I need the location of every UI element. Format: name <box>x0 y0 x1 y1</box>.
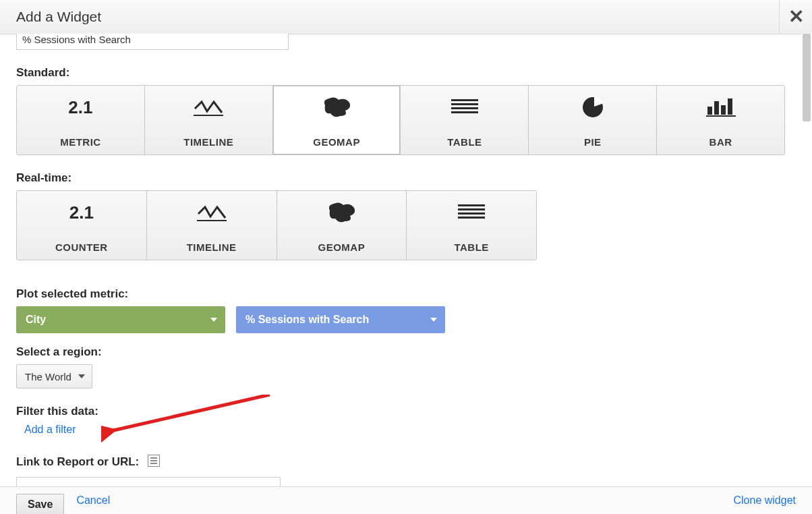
widget-title-input[interactable]: % Sessions with Search <box>16 34 289 50</box>
card-standard-geomap[interactable]: GEOMAP <box>273 86 401 154</box>
widget-title-value: % Sessions with Search <box>22 34 131 45</box>
dimension-dropdown[interactable]: City <box>16 306 225 333</box>
card-realtime-timeline[interactable]: TIMELINE <box>147 191 277 260</box>
metric-value: % Sessions with Search <box>245 314 369 325</box>
geomap-icon <box>277 199 407 226</box>
standard-card-row: 2.1 METRIC TIMELINE GEOMAP <box>16 85 785 155</box>
geomap-icon <box>273 94 401 121</box>
svg-rect-1 <box>451 99 478 101</box>
metric-icon: 2.1 <box>17 94 144 121</box>
close-icon: ✕ <box>788 6 804 27</box>
caret-down-icon <box>210 318 217 322</box>
svg-rect-6 <box>707 107 712 115</box>
svg-rect-13 <box>458 208 485 210</box>
card-standard-table[interactable]: TABLE <box>401 86 529 154</box>
label-plot-metric: Plot selected metric: <box>16 287 785 301</box>
card-realtime-counter[interactable]: 2.1 COUNTER <box>17 191 147 260</box>
report-picker-icon[interactable] <box>148 455 160 467</box>
table-icon <box>407 199 536 226</box>
metric-dropdown[interactable]: % Sessions with Search <box>236 306 445 333</box>
svg-rect-14 <box>458 212 485 215</box>
region-value: The World <box>25 371 71 382</box>
timeline-icon <box>147 199 277 226</box>
caret-down-icon <box>78 374 85 378</box>
pill-row: City % Sessions with Search <box>16 306 785 333</box>
card-standard-metric[interactable]: 2.1 METRIC <box>17 86 145 154</box>
report-url-input[interactable] <box>16 477 281 487</box>
card-realtime-geomap[interactable]: GEOMAP <box>277 191 407 260</box>
dialog-title: Add a Widget <box>16 9 101 24</box>
svg-rect-4 <box>451 111 478 113</box>
label-standard: Standard: <box>16 66 785 80</box>
svg-rect-3 <box>451 107 478 109</box>
caret-down-icon <box>430 318 437 322</box>
add-filter-link[interactable]: Add a filter <box>24 424 76 435</box>
card-standard-pie[interactable]: PIE <box>529 86 657 154</box>
cancel-link[interactable]: Cancel <box>76 494 110 507</box>
pie-icon <box>529 94 656 121</box>
svg-rect-7 <box>714 101 719 115</box>
svg-rect-9 <box>728 98 732 115</box>
label-filter-data: Filter this data: <box>16 405 785 418</box>
bar-icon <box>657 94 784 121</box>
clone-widget-link[interactable]: Clone widget <box>734 494 796 507</box>
svg-rect-2 <box>451 103 478 105</box>
scrollbar-thumb[interactable] <box>803 34 811 121</box>
dimension-value: City <box>26 314 46 325</box>
svg-rect-15 <box>458 217 485 219</box>
save-button[interactable]: Save <box>16 494 64 514</box>
svg-rect-8 <box>721 105 726 115</box>
card-standard-bar[interactable]: BAR <box>657 86 784 154</box>
label-link-report: Link to Report or URL: <box>16 455 785 469</box>
counter-icon: 2.1 <box>17 199 146 226</box>
region-dropdown[interactable]: The World <box>16 364 92 389</box>
close-button[interactable]: ✕ <box>779 0 812 34</box>
realtime-card-row: 2.1 COUNTER TIMELINE GEOMAP <box>16 190 537 260</box>
label-realtime: Real-time: <box>16 171 785 185</box>
dialog-content: % Sessions with Search Standard: 2.1 MET… <box>0 34 801 487</box>
label-select-region: Select a region: <box>16 345 785 359</box>
timeline-icon <box>145 94 272 121</box>
dialog-footer: Save Cancel Clone widget <box>0 486 812 514</box>
svg-rect-12 <box>458 204 485 206</box>
table-icon <box>401 94 528 121</box>
card-realtime-table[interactable]: TABLE <box>407 191 536 260</box>
dialog-titlebar: Add a Widget ✕ <box>0 0 812 34</box>
card-standard-timeline[interactable]: TIMELINE <box>145 86 273 154</box>
